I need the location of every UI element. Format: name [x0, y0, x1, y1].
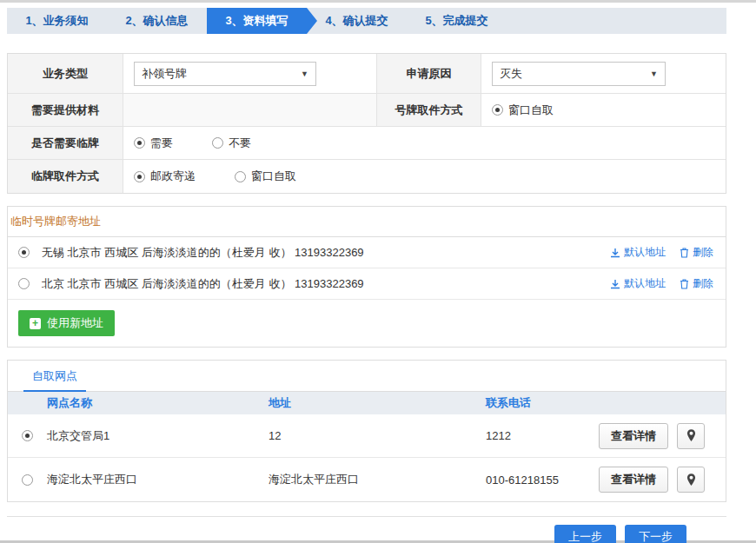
column-header-name: 网点名称 — [47, 395, 269, 411]
temp-pickup-window-option: 窗口自取 — [235, 169, 296, 184]
next-step-button[interactable]: 下一步 — [625, 525, 686, 543]
use-new-address-label: 使用新地址 — [47, 315, 103, 331]
column-header-address: 地址 — [269, 395, 486, 411]
pickup-point-panel: 自取网点 网点名称 地址 联系电话 北京交管局1 12 1212 查看详情 — [7, 360, 726, 502]
address-2-text: 北京 北京市 西城区 后海淡淡道的的（杜爱月 收） 13193322369 — [42, 276, 610, 292]
pickup-1-phone: 1212 — [486, 429, 599, 442]
mailing-address-title-row: 临时号牌邮寄地址 — [8, 207, 726, 237]
location-pin-icon — [686, 473, 696, 487]
plate-pickup-label: 号牌取件方式 — [377, 94, 481, 127]
default-address-icon — [610, 279, 620, 289]
pickup-1-view-detail-button[interactable]: 查看详情 — [599, 423, 668, 449]
temp-need-no-label: 不要 — [229, 136, 251, 151]
tab-pickup-points[interactable]: 自取网点 — [23, 361, 86, 392]
temp-need-yes-radio[interactable] — [134, 137, 145, 149]
temp-pickup-cell: 邮政寄递 窗口自取 — [123, 160, 726, 193]
pickup-2-map-button[interactable] — [677, 467, 705, 493]
step-4-confirm-submit[interactable]: 4、确认提交 — [307, 8, 407, 34]
business-type-cell: 补领号牌 ▼ — [123, 54, 377, 94]
pickup-2-name: 海淀北太平庄西口 — [47, 472, 269, 487]
temp-pickup-post-radio[interactable] — [134, 171, 145, 182]
business-type-select[interactable]: 补领号牌 ▼ — [134, 62, 316, 86]
address-2-radio[interactable] — [18, 278, 30, 289]
materials-value-cell — [123, 94, 377, 127]
pickup-row-2: 海淀北太平庄西口 海淀北太平庄西口 010-61218155 查看详情 — [8, 458, 726, 501]
step-5-complete-submit[interactable]: 5、完成提交 — [407, 8, 507, 34]
application-form-table: 业务类型 补领号牌 ▼ 申请原因 灭失 ▼ 需要提供材料 号牌取件方式 — [7, 53, 726, 194]
temp-pickup-window-radio[interactable] — [235, 171, 246, 182]
footer: 上一步 下一步 — [7, 516, 726, 543]
pickup-table-header: 网点名称 地址 联系电话 — [8, 392, 726, 414]
plate-pickup-radio[interactable] — [492, 104, 503, 116]
address-row-1: 无锡 北京市 西城区 后海淡淡道的的（杜爱月 收） 13193322369 默认… — [8, 237, 726, 268]
temp-pickup-window-label: 窗口自取 — [251, 169, 296, 184]
pickup-2-actions: 查看详情 — [599, 467, 726, 493]
pickup-2-address: 海淀北太平庄西口 — [269, 472, 486, 487]
pickup-row-1: 北京交管局1 12 1212 查看详情 — [8, 414, 726, 458]
apply-reason-select[interactable]: 灭失 ▼ — [492, 62, 666, 86]
address-2-delete-label: 删除 — [693, 276, 713, 291]
temp-need-label: 是否需要临牌 — [8, 127, 123, 160]
address-1-set-default-label: 默认地址 — [624, 245, 666, 260]
address-1-set-default-link[interactable]: 默认地址 — [610, 245, 666, 260]
plus-icon: + — [30, 318, 41, 329]
materials-label: 需要提供材料 — [8, 94, 123, 127]
step-3-fill-data[interactable]: 3、资料填写 — [207, 8, 307, 34]
column-header-phone: 联系电话 — [486, 395, 726, 411]
address-1-text: 无锡 北京市 西城区 后海淡淡道的的（杜爱月 收） 13193322369 — [42, 245, 610, 261]
plate-pickup-option: 窗口自取 — [492, 103, 554, 118]
pickup-1-actions: 查看详情 — [599, 423, 726, 449]
pickup-1-map-button[interactable] — [677, 423, 705, 449]
trash-icon — [680, 279, 689, 289]
use-new-address-button[interactable]: + 使用新地址 — [18, 310, 115, 336]
temp-need-option-no: 不要 — [212, 136, 251, 151]
step-1-business-notice[interactable]: 1、业务须知 — [7, 8, 107, 34]
step-2-confirm-info[interactable]: 2、确认信息 — [107, 8, 207, 34]
temp-need-cell: 需要 不要 — [123, 127, 726, 160]
address-1-delete-label: 删除 — [693, 245, 713, 260]
pickup-1-name: 北京交管局1 — [47, 428, 269, 444]
apply-reason-value: 灭失 — [500, 66, 522, 82]
pickup-1-address: 12 — [269, 429, 486, 442]
pickup-2-view-detail-button[interactable]: 查看详情 — [599, 467, 668, 493]
content: 1、业务须知 2、确认信息 3、资料填写 4、确认提交 5、完成提交 业务类型 … — [7, 8, 726, 543]
mailing-address-title: 临时号牌邮寄地址 — [10, 215, 101, 228]
plate-pickup-cell: 窗口自取 — [481, 94, 726, 127]
pickup-2-radio[interactable] — [22, 474, 33, 486]
step-bar: 1、业务须知 2、确认信息 3、资料填写 4、确认提交 5、完成提交 — [7, 8, 726, 34]
trash-icon — [680, 248, 689, 258]
address-2-delete-link[interactable]: 删除 — [680, 276, 713, 291]
mailing-address-panel: 临时号牌邮寄地址 无锡 北京市 西城区 后海淡淡道的的（杜爱月 收） 13193… — [7, 206, 726, 348]
chevron-down-icon: ▼ — [301, 70, 308, 78]
address-2-set-default-link[interactable]: 默认地址 — [610, 276, 666, 291]
default-address-icon — [610, 248, 620, 258]
apply-reason-label: 申请原因 — [377, 54, 481, 94]
temp-pickup-label: 临牌取件方式 — [8, 160, 123, 193]
location-pin-icon — [686, 429, 696, 442]
chevron-down-icon: ▼ — [650, 70, 658, 78]
prev-step-button[interactable]: 上一步 — [554, 525, 616, 543]
business-type-label: 业务类型 — [8, 54, 123, 94]
apply-reason-cell: 灭失 ▼ — [481, 54, 726, 94]
temp-need-no-radio[interactable] — [212, 137, 223, 149]
pickup-2-phone: 010-61218155 — [486, 473, 599, 487]
temp-pickup-post-label: 邮政寄递 — [150, 169, 196, 184]
plate-pickup-option-label: 窗口自取 — [508, 103, 554, 118]
address-1-delete-link[interactable]: 删除 — [680, 245, 713, 260]
address-2-set-default-label: 默认地址 — [624, 276, 666, 291]
temp-pickup-option-post: 邮政寄递 — [134, 169, 196, 184]
address-1-radio[interactable] — [18, 247, 30, 258]
address-1-actions: 默认地址 删除 — [610, 245, 713, 260]
address-2-actions: 默认地址 删除 — [610, 276, 713, 291]
temp-need-option-yes: 需要 — [134, 136, 173, 151]
page: 1、业务须知 2、确认信息 3、资料填写 4、确认提交 5、完成提交 业务类型 … — [0, 0, 756, 543]
pickup-1-radio[interactable] — [22, 430, 33, 441]
pickup-tab-row: 自取网点 — [8, 361, 726, 392]
address-row-2: 北京 北京市 西城区 后海淡淡道的的（杜爱月 收） 13193322369 默认… — [8, 268, 726, 300]
temp-need-yes-label: 需要 — [150, 136, 173, 151]
business-type-value: 补领号牌 — [142, 66, 187, 82]
